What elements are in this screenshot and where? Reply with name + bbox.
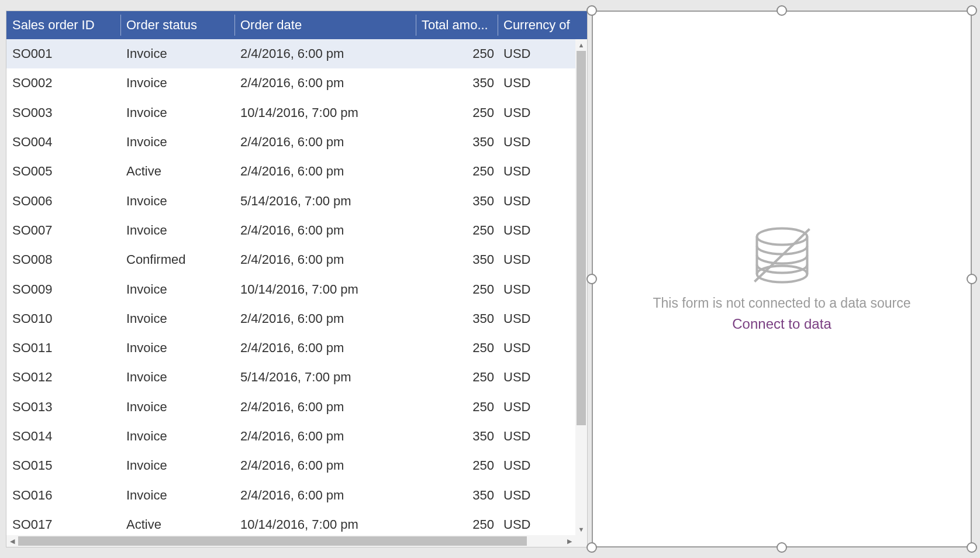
cell-sales-order-id: SO013 xyxy=(6,399,120,415)
cell-total-amount: 350 xyxy=(416,75,498,91)
cell-sales-order-id: SO002 xyxy=(6,75,120,91)
cell-order-status: Invoice xyxy=(120,223,234,238)
cell-sales-order-id: SO008 xyxy=(6,252,120,267)
cell-currency: USD xyxy=(498,135,571,150)
col-header-order-status[interactable]: Order status xyxy=(120,11,234,39)
cell-order-date: 2/4/2016, 6:00 pm xyxy=(234,164,416,179)
resize-handle-w[interactable] xyxy=(586,274,597,284)
table-row[interactable]: SO016Invoice2/4/2016, 6:00 pm350USD xyxy=(6,480,575,509)
table-row[interactable]: SO014Invoice2/4/2016, 6:00 pm350USD xyxy=(6,422,575,451)
cell-currency: USD xyxy=(498,429,571,444)
cell-total-amount: 250 xyxy=(416,223,498,238)
table-body: SO001Invoice2/4/2016, 6:00 pm250USDSO002… xyxy=(6,39,575,535)
cell-total-amount: 250 xyxy=(416,105,498,120)
cell-currency: USD xyxy=(498,223,571,238)
connect-to-data-link[interactable]: Connect to data xyxy=(653,316,910,332)
cell-order-date: 2/4/2016, 6:00 pm xyxy=(234,223,416,238)
cell-order-status: Invoice xyxy=(120,194,234,209)
col-header-sales-order-id[interactable]: Sales order ID xyxy=(6,11,120,39)
cell-currency: USD xyxy=(498,311,571,326)
col-header-currency[interactable]: Currency of T xyxy=(498,11,571,39)
cell-currency: USD xyxy=(498,517,571,532)
cell-order-status: Invoice xyxy=(120,340,234,356)
cell-currency: USD xyxy=(498,252,571,267)
resize-handle-se[interactable] xyxy=(967,542,977,553)
cell-total-amount: 350 xyxy=(416,252,498,267)
resize-handle-n[interactable] xyxy=(777,5,787,16)
resize-handle-sw[interactable] xyxy=(586,542,597,553)
cell-sales-order-id: SO005 xyxy=(6,164,120,179)
table-row[interactable]: SO017Active10/14/2016, 7:00 pm250USD xyxy=(6,510,575,535)
vertical-scrollbar[interactable]: ▲ ▼ xyxy=(575,39,587,535)
cell-currency: USD xyxy=(498,458,571,473)
cell-order-date: 2/4/2016, 6:00 pm xyxy=(234,488,416,503)
table-row[interactable]: SO013Invoice2/4/2016, 6:00 pm250USD xyxy=(6,392,575,422)
cell-order-date: 2/4/2016, 6:00 pm xyxy=(234,429,416,444)
cell-order-status: Invoice xyxy=(120,135,234,150)
scroll-down-icon[interactable]: ▼ xyxy=(575,523,587,535)
cell-order-date: 2/4/2016, 6:00 pm xyxy=(234,135,416,150)
cell-order-status: Confirmed xyxy=(120,252,234,267)
cell-sales-order-id: SO009 xyxy=(6,282,120,297)
cell-total-amount: 350 xyxy=(416,194,498,209)
cell-order-status: Invoice xyxy=(120,282,234,297)
table-row[interactable]: SO002Invoice2/4/2016, 6:00 pm350USD xyxy=(6,68,575,98)
table-row[interactable]: SO004Invoice2/4/2016, 6:00 pm350USD xyxy=(6,128,575,157)
table-row[interactable]: SO006Invoice5/14/2016, 7:00 pm350USD xyxy=(6,186,575,215)
horizontal-scrollbar[interactable]: ◀ ▶ xyxy=(6,535,575,547)
cell-sales-order-id: SO003 xyxy=(6,105,120,120)
cell-order-date: 5/14/2016, 7:00 pm xyxy=(234,370,416,385)
cell-order-status: Invoice xyxy=(120,311,234,326)
table-row[interactable]: SO009Invoice10/14/2016, 7:00 pm250USD xyxy=(6,274,575,304)
cell-order-date: 2/4/2016, 6:00 pm xyxy=(234,46,416,61)
cell-sales-order-id: SO014 xyxy=(6,429,120,444)
form-control-selected[interactable]: This form is not connected to a data sou… xyxy=(592,11,972,547)
cell-order-status: Invoice xyxy=(120,488,234,503)
cell-sales-order-id: SO017 xyxy=(6,517,120,532)
cell-order-date: 2/4/2016, 6:00 pm xyxy=(234,399,416,415)
cell-order-status: Invoice xyxy=(120,399,234,415)
cell-sales-order-id: SO001 xyxy=(6,46,120,61)
cell-total-amount: 250 xyxy=(416,458,498,473)
cell-order-date: 2/4/2016, 6:00 pm xyxy=(234,458,416,473)
cell-order-date: 10/14/2016, 7:00 pm xyxy=(234,105,416,120)
cell-sales-order-id: SO016 xyxy=(6,488,120,503)
resize-handle-s[interactable] xyxy=(777,542,787,553)
cell-order-date: 10/14/2016, 7:00 pm xyxy=(234,517,416,532)
cell-order-status: Invoice xyxy=(120,75,234,91)
table-row[interactable]: SO008Confirmed2/4/2016, 6:00 pm350USD xyxy=(6,245,575,274)
col-header-total-amount[interactable]: Total amo... xyxy=(416,11,498,39)
cell-order-date: 2/4/2016, 6:00 pm xyxy=(234,252,416,267)
cell-total-amount: 350 xyxy=(416,311,498,326)
cell-currency: USD xyxy=(498,488,571,503)
cell-total-amount: 250 xyxy=(416,399,498,415)
resize-handle-ne[interactable] xyxy=(967,5,977,16)
cell-currency: USD xyxy=(498,105,571,120)
sales-orders-table[interactable]: Sales order ID Order status Order date T… xyxy=(6,11,588,547)
table-row[interactable]: SO010Invoice2/4/2016, 6:00 pm350USD xyxy=(6,304,575,333)
vertical-scroll-thumb[interactable] xyxy=(577,51,586,425)
cell-total-amount: 350 xyxy=(416,429,498,444)
scroll-right-icon[interactable]: ▶ xyxy=(564,535,575,547)
cell-order-status: Invoice xyxy=(120,458,234,473)
resize-handle-e[interactable] xyxy=(967,274,977,284)
cell-order-date: 2/4/2016, 6:00 pm xyxy=(234,75,416,91)
cell-order-date: 10/14/2016, 7:00 pm xyxy=(234,282,416,297)
table-row[interactable]: SO011Invoice2/4/2016, 6:00 pm250USD xyxy=(6,333,575,363)
horizontal-scroll-thumb[interactable] xyxy=(18,536,527,546)
table-row[interactable]: SO007Invoice2/4/2016, 6:00 pm250USD xyxy=(6,216,575,245)
table-row[interactable]: SO001Invoice2/4/2016, 6:00 pm250USD xyxy=(6,39,575,68)
table-row[interactable]: SO003Invoice10/14/2016, 7:00 pm250USD xyxy=(6,98,575,128)
cell-currency: USD xyxy=(498,340,571,356)
resize-handle-nw[interactable] xyxy=(586,5,597,16)
database-disconnected-icon xyxy=(750,226,814,285)
cell-sales-order-id: SO010 xyxy=(6,311,120,326)
table-row[interactable]: SO005Active2/4/2016, 6:00 pm250USD xyxy=(6,157,575,186)
col-header-order-date[interactable]: Order date xyxy=(234,11,416,39)
scroll-left-icon[interactable]: ◀ xyxy=(6,535,18,547)
scroll-up-icon[interactable]: ▲ xyxy=(575,39,587,51)
table-row[interactable]: SO015Invoice2/4/2016, 6:00 pm250USD xyxy=(6,451,575,480)
table-row[interactable]: SO012Invoice5/14/2016, 7:00 pm250USD xyxy=(6,363,575,392)
cell-currency: USD xyxy=(498,75,571,91)
cell-sales-order-id: SO011 xyxy=(6,340,120,356)
